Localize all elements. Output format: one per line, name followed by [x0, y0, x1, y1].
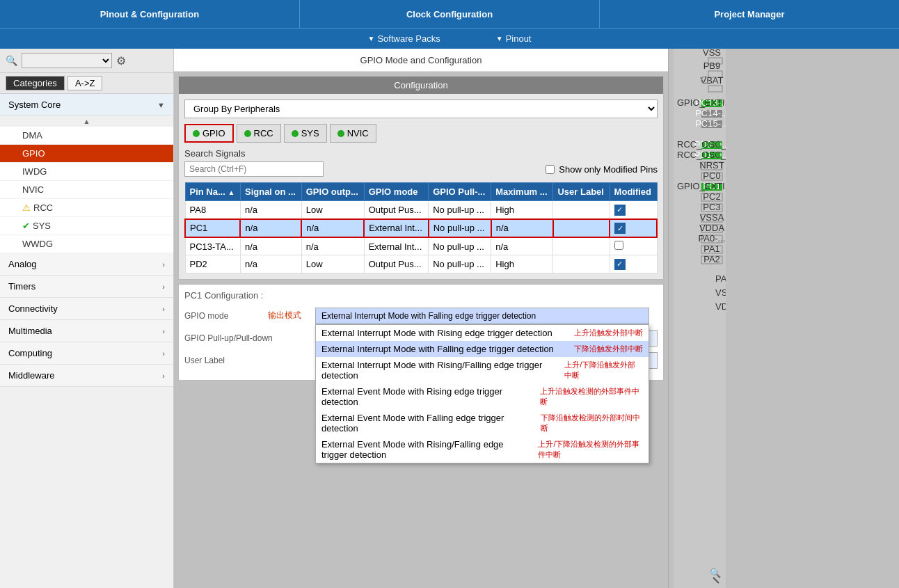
peripheral-tab-nvic[interactable]: NVIC [330, 124, 376, 143]
svg-text:PB9: PB9 [703, 61, 721, 71]
modified-cell[interactable]: ✓ [610, 219, 657, 238]
col-header-gpio-pull[interactable]: GPIO Pull-... [429, 183, 491, 201]
pc1-configuration: PC1 Configuration : GPIO mode 输出模式 Exter… [178, 284, 664, 381]
nav-clock-config[interactable]: Clock Configuration [300, 0, 600, 28]
sidebar-item-iwdg[interactable]: IWDG [0, 163, 173, 181]
chevron-right-icon: › [162, 349, 165, 358]
col-header-user-label[interactable]: User Label [553, 183, 610, 201]
peripheral-tab-rcc[interactable]: RCC [237, 124, 281, 143]
sort-up-icon[interactable]: ▲ [83, 118, 90, 125]
svg-text:VSS: VSS [703, 49, 721, 58]
col-header-maximum[interactable]: Maximum ... [491, 183, 553, 201]
gpio-mode-select[interactable]: External Interrupt Mode with Falling edg… [315, 308, 649, 324]
chevron-down-icon: ▼ [367, 35, 374, 42]
nav-project-manager[interactable]: Project Manager [600, 0, 899, 28]
sidebar-item-rcc[interactable]: ⚠ RCC [0, 199, 173, 217]
col-header-modified[interactable]: Modified [610, 183, 657, 201]
top-navigation: Pinout & Configuration Clock Configurati… [0, 0, 899, 28]
svg-text:VDD: VDD [715, 301, 726, 312]
content-area: GPIO Mode and Configuration Configuratio… [174, 49, 726, 588]
main-inner-content: GPIO Mode and Configuration Configuratio… [174, 49, 668, 588]
svg-text:PC2: PC2 [703, 191, 720, 202]
svg-text:PC3: PC3 [703, 202, 720, 212]
subnav-pinout[interactable]: ▼ Pinout [496, 33, 532, 44]
configuration-section: Configuration Group By Peripherals GPIO [178, 76, 664, 280]
chip-svg: VSS PB9 VBAT PC13-... PC14-... P [674, 49, 726, 588]
col-header-gpio-mode[interactable]: GPIO mode [364, 183, 429, 201]
main-layout: 🔍 ⚙ Categories A->Z System Core ▼ ▲ [0, 49, 899, 588]
dropdown-item-1[interactable]: External Interrupt Mode with Falling edg… [316, 341, 649, 357]
dropdown-item-5[interactable]: External Event Mode with Rising/Falling … [316, 436, 649, 463]
gpio-mode-dropdown-list[interactable]: External Interrupt Mode with Rising edge… [315, 324, 649, 463]
nvic-status-dot [337, 130, 344, 137]
table-row[interactable]: PA8n/aLowOutput Pus...No pull-up ...High… [185, 201, 657, 219]
gpio-status-dot [193, 130, 200, 137]
signals-search-input[interactable] [184, 161, 324, 177]
sidebar-item-nvic[interactable]: NVIC [0, 181, 173, 199]
col-header-signal[interactable]: Signal on ... [240, 183, 301, 201]
system-core-subitems: DMA GPIO IWDG NVIC ⚠ RCC ✔ SYS [0, 127, 173, 253]
table-row[interactable]: PD2n/aLowOutput Pus...No pull-up ...High… [185, 255, 657, 273]
sidebar-item-sys[interactable]: ✔ SYS [0, 217, 173, 235]
svg-text:PA1: PA1 [703, 244, 720, 254]
category-header-multimedia[interactable]: Multimedia › [0, 320, 173, 342]
dropdown-item-3[interactable]: External Event Mode with Rising edge tri… [316, 383, 649, 410]
modified-cell[interactable] [610, 237, 657, 255]
chevron-down-icon: ▼ [157, 101, 165, 109]
svg-text:RCC_OSC_IN: RCC_OSC_IN [677, 139, 726, 150]
svg-text:PC15-...: PC15-... [695, 118, 726, 129]
modified-cell[interactable]: ✓ [610, 201, 657, 219]
rcc-status-dot [244, 130, 251, 137]
svg-text:PC14-...: PC14-... [695, 108, 726, 118]
chevron-right-icon: › [162, 283, 165, 291]
category-header-middleware[interactable]: Middleware › [0, 365, 173, 387]
warning-icon: ⚠ [22, 202, 31, 213]
chevron-right-icon: › [162, 327, 165, 335]
nav-pinout-config[interactable]: Pinout & Configuration [0, 0, 300, 28]
category-header-computing[interactable]: Computing › [0, 342, 173, 365]
sidebar-item-dma[interactable]: DMA [0, 127, 173, 145]
signals-search-row: Show only Modified Pins [184, 161, 658, 177]
sidebar-item-wwdg[interactable]: WWDG [0, 235, 173, 253]
search-signals-label: Search Signals [184, 148, 658, 159]
dropdown-item-2[interactable]: External Interrupt Mode with Rising/Fall… [316, 357, 649, 383]
config-body: Group By Peripherals GPIO RCC [179, 94, 663, 279]
peripheral-tabs-row: GPIO RCC SYS NVIC [184, 124, 658, 143]
svg-text:GPIO_EXTI13: GPIO_EXTI13 [677, 97, 726, 108]
search-dropdown[interactable] [22, 53, 112, 68]
gear-icon[interactable]: ⚙ [116, 54, 126, 67]
dropdown-item-4[interactable]: External Event Mode with Falling edge tr… [316, 410, 649, 436]
table-row[interactable]: PC1n/an/aExternal Int...No pull-up ...n/… [185, 219, 657, 238]
subnav-software-packs[interactable]: ▼ Software Packs [367, 33, 440, 44]
tab-a-to-z[interactable]: A->Z [67, 76, 103, 90]
svg-rect-6 [708, 86, 722, 92]
category-header-connectivity[interactable]: Connectivity › [0, 298, 173, 320]
dropdown-item-0[interactable]: External Interrupt Mode with Rising edge… [316, 325, 649, 341]
sidebar: 🔍 ⚙ Categories A->Z System Core ▼ ▲ [0, 49, 174, 588]
show-modified-checkbox[interactable] [546, 165, 555, 174]
signals-table: Pin Na... ▲ Signal on ... GPIO outp... G… [184, 182, 658, 273]
gpio-mode-select-wrapper: External Interrupt Mode with Falling edg… [315, 308, 658, 324]
peripheral-tab-sys[interactable]: SYS [284, 124, 327, 143]
group-by-dropdown[interactable]: Group By Peripherals [184, 100, 658, 118]
category-header-analog[interactable]: Analog › [0, 253, 173, 276]
sidebar-item-gpio[interactable]: GPIO [0, 145, 173, 163]
sidebar-search-row: 🔍 ⚙ [0, 49, 173, 73]
category-header-timers[interactable]: Timers › [0, 276, 173, 298]
col-header-gpio-output[interactable]: GPIO outp... [301, 183, 364, 201]
modified-cell[interactable]: ✓ [610, 255, 657, 273]
scroll-divider [668, 49, 674, 588]
category-header-system-core[interactable]: System Core ▼ [0, 94, 173, 116]
tab-categories[interactable]: Categories [6, 76, 65, 90]
sidebar-category-tabs: Categories A->Z [0, 73, 173, 94]
col-header-pin-name[interactable]: Pin Na... ▲ [185, 183, 240, 201]
svg-text:VDDA: VDDA [699, 223, 724, 233]
sys-status-dot [292, 130, 299, 137]
svg-text:PC0: PC0 [703, 170, 720, 181]
table-row[interactable]: PC13-TA...n/an/aExternal Int...No pull-u… [185, 237, 657, 255]
sub-navigation: ▼ Software Packs ▼ Pinout [0, 28, 899, 49]
gpio-mode-title: GPIO Mode and Configuration [174, 49, 668, 72]
peripheral-tab-gpio[interactable]: GPIO [184, 124, 234, 143]
svg-text:RCC_OSC_OUT: RCC_OSC_OUT [677, 150, 726, 160]
chevron-right-icon: › [162, 372, 165, 380]
